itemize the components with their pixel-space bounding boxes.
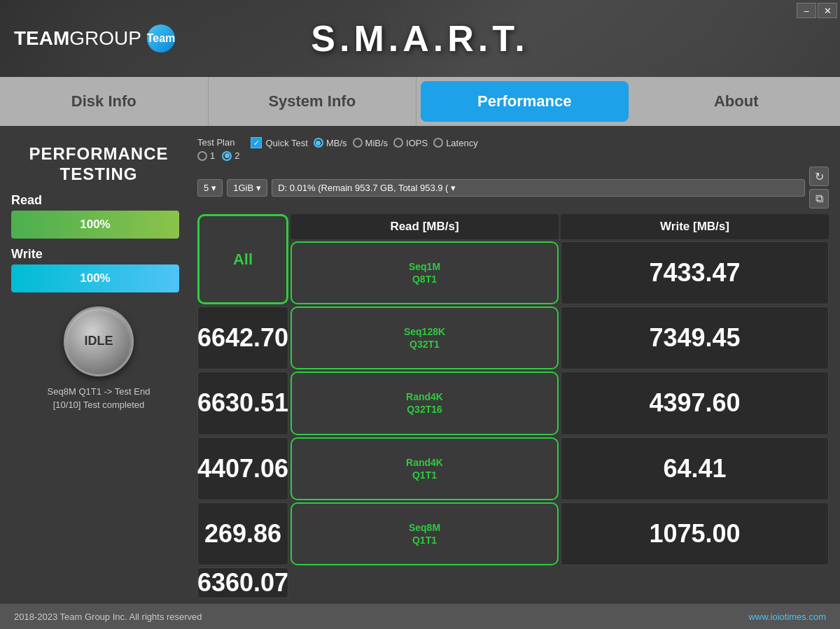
options-row: ✓ Quick Test MB/s MiB/s (251, 137, 477, 148)
write-rand4k-q32t16: 4407.06 (197, 437, 288, 500)
test-btn-seq128k-q32t1[interactable]: Seq128KQ32T1 (290, 306, 559, 369)
copy-button[interactable]: ⧉ (809, 189, 829, 209)
unit-iops[interactable]: IOPS (393, 138, 428, 148)
dropdown-arrow2: ▾ (256, 183, 261, 193)
test-plan-group: Test Plan 1 2 (197, 137, 239, 161)
minimize-button[interactable]: – (797, 3, 816, 18)
footer: 2018-2023 Team Group Inc. All rights res… (0, 604, 840, 629)
block-size-dropdown[interactable]: 1GiB ▾ (227, 179, 267, 197)
unit-iops-label: IOPS (406, 138, 428, 148)
test-btn-rand4k-q1t1[interactable]: Rand4KQ1T1 (290, 437, 559, 500)
unit-mibs[interactable]: MiB/s (353, 138, 388, 148)
write-percent: 100% (80, 271, 110, 285)
write-seq1m-q8t1: 6642.70 (197, 306, 288, 369)
unit-latency[interactable]: Latency (433, 138, 478, 148)
read-percent: 100% (80, 218, 110, 232)
read-seq8m-q1t1: 1075.00 (561, 502, 829, 565)
test-plan-label: Test Plan (197, 137, 234, 148)
radio-1-circle (197, 151, 207, 161)
read-seq1m-q8t1: 7433.47 (561, 241, 829, 304)
write-metric: Write 100% (11, 247, 186, 292)
app-title: S.M.A.R.T. (311, 17, 528, 59)
main-content: PERFORMANCETESTING Read 100% Write 100% … (0, 126, 840, 604)
unit-mibs-label: MiB/s (365, 138, 388, 148)
unit-latency-label: Latency (446, 138, 478, 148)
radio-1-label: 1 (210, 150, 215, 161)
test-btn-rand4k-q32t16[interactable]: Rand4KQ32T16 (290, 372, 559, 434)
right-panel: Test Plan 1 2 (197, 137, 829, 598)
idle-button[interactable]: IDLE (64, 306, 134, 376)
write-seq128k-q32t1: 6630.51 (197, 372, 288, 434)
radio-2-circle (222, 151, 232, 161)
quick-test-label: Quick Test (265, 138, 307, 148)
radio-2[interactable]: 2 (222, 150, 239, 161)
read-rand4k-q32t16: 4397.60 (561, 372, 829, 434)
test-table: All Read [MB/s] Write [MB/s] Seq1MQ8T1 7… (197, 214, 829, 598)
write-progress-bar: 100% (11, 264, 179, 292)
unit-mibs-circle (353, 138, 363, 148)
tab-performance[interactable]: Performance (421, 81, 629, 122)
tab-system-info[interactable]: System Info (209, 77, 417, 126)
all-button[interactable]: All (197, 214, 288, 304)
read-label: Read (11, 193, 186, 208)
app-header: TEAMGROUP Team S.M.A.R.T. (0, 0, 840, 77)
queue-depth-dropdown[interactable]: 5 ▾ (197, 179, 223, 197)
dropdown-arrow3: ▾ (451, 183, 456, 193)
write-rand4k-q1t1: 269.86 (197, 502, 288, 565)
col-write-header: Write [MB/s] (561, 214, 829, 239)
logo-circle: Team (147, 24, 175, 52)
radio-row: 1 2 (197, 150, 239, 161)
action-icons: ↻ ⧉ (809, 167, 829, 209)
logo-team: TEAM (14, 27, 69, 49)
radio-1[interactable]: 1 (197, 150, 215, 161)
unit-mbs[interactable]: MB/s (314, 138, 347, 148)
write-label: Write (11, 247, 186, 262)
test-btn-seq8m-q1t1[interactable]: Seq8MQ1T1 (290, 502, 559, 565)
unit-mbs-label: MB/s (326, 138, 347, 148)
col-read-header: Read [MB/s] (290, 214, 559, 239)
unit-options: MB/s MiB/s IOPS Latency (314, 138, 478, 148)
unit-latency-circle (433, 138, 443, 148)
tab-disk-info[interactable]: Disk Info (0, 77, 209, 126)
refresh-button[interactable]: ↻ (809, 167, 829, 186)
test-btn-seq1m-q8t1[interactable]: Seq1MQ8T1 (290, 241, 559, 304)
read-progress-bar: 100% (11, 211, 179, 239)
read-metric: Read 100% (11, 193, 186, 239)
title-bar: – ✕ (797, 0, 840, 18)
options-group: ✓ Quick Test MB/s MiB/s (251, 137, 477, 148)
radio-2-dot (225, 153, 230, 158)
left-panel: PERFORMANCETESTING Read 100% Write 100% … (11, 137, 186, 598)
dropdown-arrow: ▾ (211, 183, 216, 193)
radio-2-label: 2 (234, 150, 239, 161)
logo-text: TEAMGROUP (14, 29, 141, 48)
dropdowns-row: 5 ▾ 1GiB ▾ D: 0.01% (Remain 953.7 GB, To… (197, 167, 829, 209)
read-rand4k-q1t1: 64.41 (561, 437, 829, 500)
logo-group: GROUP (69, 27, 141, 49)
footer-website: www.ioiotimes.com (748, 612, 826, 622)
unit-iops-circle (393, 138, 403, 148)
performance-title: PERFORMANCETESTING (29, 144, 168, 185)
read-seq128k-q32t1: 7349.45 (561, 306, 829, 369)
unit-mbs-circle (314, 138, 323, 148)
tab-about[interactable]: About (633, 77, 841, 126)
unit-mbs-dot (316, 141, 321, 146)
drive-path-dropdown[interactable]: D: 0.01% (Remain 953.7 GB, Total 953.9 (… (272, 179, 805, 197)
close-button[interactable]: ✕ (818, 3, 837, 18)
write-seq8m-q1t1: 6360.07 (197, 567, 288, 598)
logo-area: TEAMGROUP Team (14, 24, 175, 52)
status-text: Seq8M Q1T1 -> Test End [10/10] Test comp… (48, 385, 150, 412)
footer-copyright: 2018-2023 Team Group Inc. All rights res… (14, 612, 202, 622)
controls-top: Test Plan 1 2 (197, 137, 829, 161)
quick-test-checkbox[interactable]: ✓ Quick Test (251, 137, 307, 148)
tab-bar: Disk Info System Info Performance About (0, 77, 840, 126)
quick-test-check-box: ✓ (251, 137, 262, 148)
